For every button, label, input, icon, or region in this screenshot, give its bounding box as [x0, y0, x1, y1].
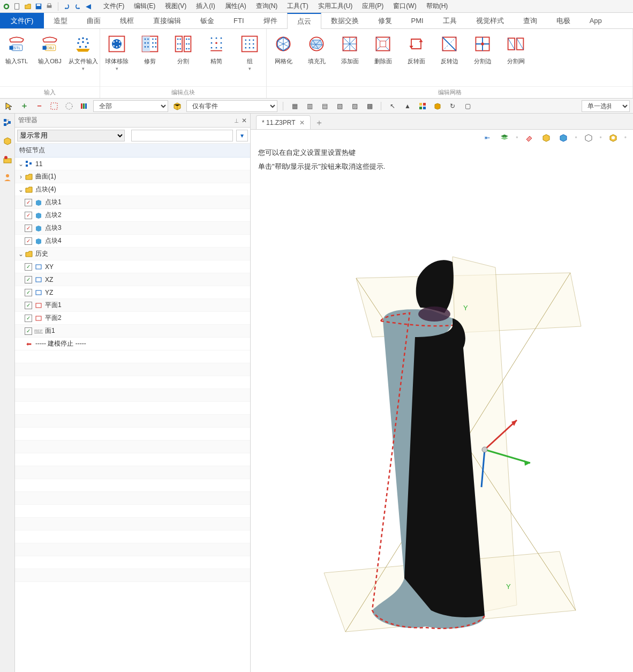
import-obj-button[interactable]: OBJ 输入OBJ [33, 29, 66, 86]
menu-edit[interactable]: 编辑(E) [130, 1, 160, 12]
checkbox[interactable]: ✓ [25, 212, 32, 219]
chevron-down-icon[interactable]: ▾ [115, 66, 119, 71]
cursor-arrow-icon[interactable]: ↖ [387, 100, 398, 112]
checkbox[interactable]: ✓ [25, 302, 32, 309]
tab-fti[interactable]: FTI [224, 13, 254, 28]
checkbox[interactable]: ✓ [25, 263, 32, 271]
marquee-icon[interactable] [48, 100, 60, 112]
tab-pointcloud[interactable]: 点云 [287, 13, 321, 29]
tab-pmi[interactable]: PMI [402, 13, 433, 28]
split-edge-button[interactable]: 分割边 [466, 29, 499, 86]
expand-icon[interactable]: ⌄ [17, 250, 25, 258]
box-icon[interactable] [540, 132, 552, 144]
add-tab-button[interactable]: ＋ [313, 116, 326, 129]
menu-app[interactable]: 应用(P) [358, 1, 388, 12]
tab-app[interactable]: App [580, 13, 612, 28]
3d-viewport[interactable]: Y Y [251, 174, 633, 672]
tree-root[interactable]: ⌄ 11 [15, 158, 250, 170]
expand-icon[interactable]: ⌄ [17, 160, 25, 168]
checkbox[interactable]: ✓ [25, 327, 32, 335]
delete-face-button[interactable]: 删除面 [366, 29, 400, 86]
simplify-button[interactable]: 精简 [200, 29, 233, 86]
import-stl-button[interactable]: STL 输入STL [0, 29, 33, 86]
split-mesh-button[interactable]: 分割网 [499, 29, 532, 86]
filter-combo[interactable]: 全部 [93, 100, 168, 112]
refresh-icon[interactable]: ↻ [447, 100, 458, 112]
save-icon[interactable] [34, 2, 43, 11]
document-tab[interactable]: * 11.Z3PRT ✕ [256, 115, 311, 129]
back-icon[interactable]: ◀ [84, 2, 93, 11]
tree-plane-item[interactable]: ✓YZ [15, 286, 250, 299]
close-icon[interactable]: ✕ [299, 119, 305, 126]
cube-icon[interactable] [432, 100, 443, 112]
dock-person-icon[interactable] [2, 171, 13, 183]
tab-electrode[interactable]: 电极 [547, 13, 580, 28]
funnel-icon[interactable]: ▾ [236, 130, 248, 141]
import-file-button[interactable]: 从文件输入 ▾ [66, 29, 100, 86]
open-icon[interactable] [24, 2, 32, 11]
menu-help[interactable]: 帮助(H) [422, 1, 453, 12]
layers-icon[interactable]: ▲ [402, 100, 413, 112]
tree-block-item[interactable]: ✓点块1 [15, 196, 250, 209]
tool-icon[interactable]: ▨ [349, 100, 360, 112]
checkbox[interactable]: ✓ [25, 225, 32, 232]
file-menu-button[interactable]: 文件(F) [0, 13, 44, 28]
sphere-remove-button[interactable]: 球体移除 ▾ [100, 29, 133, 86]
tree-plane-item[interactable]: ✓XZ [15, 273, 250, 286]
tab-wireframe[interactable]: 线框 [110, 13, 144, 28]
fill-hole-button[interactable]: 填充孔 [300, 29, 333, 86]
print-icon[interactable] [45, 2, 54, 11]
menu-util[interactable]: 实用工具(U) [314, 1, 357, 12]
dock-pin-icon[interactable]: ⟂ [235, 117, 238, 124]
tab-exchange[interactable]: 数据交换 [321, 13, 368, 28]
color-bar-icon[interactable] [78, 100, 90, 112]
tree-block-item[interactable]: ✓点块3 [15, 222, 250, 235]
menu-file[interactable]: 文件(F) [99, 1, 129, 12]
expand-icon[interactable]: ⌄ [17, 186, 25, 193]
tree-stop-marker[interactable]: ⬅ ----- 建模停止 ----- [15, 338, 250, 350]
tool-icon[interactable]: ▥ [304, 100, 315, 112]
trim-button[interactable]: 修剪 [133, 29, 167, 86]
color-icon[interactable] [417, 100, 428, 112]
split-button[interactable]: 分割 [167, 29, 200, 86]
tool-icon[interactable]: ▧ [334, 100, 345, 112]
flip-edge-button[interactable]: 反转边 [433, 29, 466, 86]
menu-query[interactable]: 查询(N) [252, 1, 282, 12]
minus-icon[interactable]: － [33, 100, 45, 112]
close-icon[interactable]: ✕ [242, 117, 247, 124]
menu-view[interactable]: 视图(V) [161, 1, 191, 12]
box-icon[interactable] [171, 100, 183, 112]
menu-insert[interactable]: 插入(I) [192, 1, 219, 12]
tab-repair[interactable]: 修复 [368, 13, 402, 28]
hex-icon[interactable] [607, 132, 619, 144]
checkbox[interactable]: ✓ [25, 289, 32, 296]
tab-query[interactable]: 查询 [514, 13, 547, 28]
menu-window[interactable]: 窗口(W) [389, 1, 420, 12]
dock-part-icon[interactable] [2, 135, 13, 147]
checkbox[interactable]: ✓ [25, 199, 32, 206]
chevron-down-icon[interactable]: ▾ [81, 66, 86, 71]
select-mode-combo[interactable]: 单一选择 [582, 100, 630, 112]
menu-tools[interactable]: 工具(T) [283, 1, 312, 12]
tool-icon[interactable]: ▦ [289, 100, 300, 112]
plus-icon[interactable]: ＋ [18, 100, 30, 112]
tree-ref-item[interactable]: ✓REF面1 [15, 325, 250, 338]
wire-icon[interactable] [583, 132, 594, 144]
tree-blocks-folder[interactable]: ⌄ 点块(4) [15, 183, 250, 196]
tab-weld[interactable]: 焊件 [254, 13, 287, 28]
meshify-button[interactable]: 网格化 [267, 29, 300, 86]
checkbox[interactable]: ✓ [25, 315, 32, 322]
tab-direct[interactable]: 直接编辑 [144, 13, 191, 28]
search-input[interactable] [131, 130, 233, 141]
frame-icon[interactable]: ▢ [462, 100, 473, 112]
cursor-icon[interactable] [3, 100, 15, 112]
redo-icon[interactable] [73, 2, 82, 11]
checkbox[interactable]: ✓ [25, 237, 32, 245]
tool-icon[interactable]: ▤ [319, 100, 330, 112]
lasso-icon[interactable] [63, 100, 75, 112]
undo-icon[interactable] [63, 2, 71, 11]
tree-history-folder[interactable]: ⌄ 历史 [15, 248, 250, 260]
parts-combo[interactable]: 仅有零件 [186, 100, 277, 112]
tree-surface-folder[interactable]: › 曲面(1) [15, 170, 250, 183]
tree-plane-item[interactable]: ✓XY [15, 260, 250, 273]
